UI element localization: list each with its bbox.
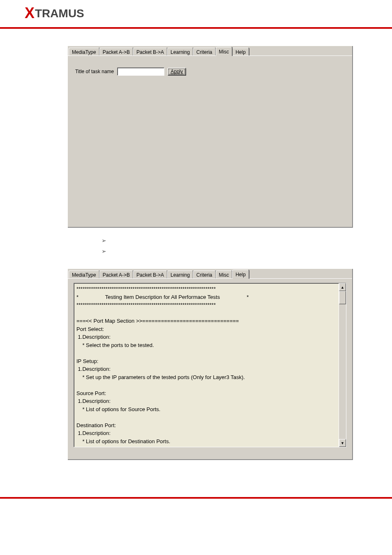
tab-packet-ba[interactable]: Packet B->A	[133, 271, 167, 279]
bullet-list: ➢ ➢	[101, 235, 353, 257]
scroll-up-button[interactable]: ▲	[339, 283, 346, 291]
title-of-task-label: Title of task name	[75, 69, 114, 74]
tab-mediatype[interactable]: MediaType	[69, 48, 99, 56]
tab-strip-1: MediaType Packet A->B Packet B->A Learni…	[68, 46, 352, 56]
tab-criteria[interactable]: Criteria	[193, 48, 216, 56]
scroll-thumb[interactable]	[339, 291, 346, 304]
task-name-input[interactable]	[117, 67, 164, 76]
misc-tab-body: Title of task name Apply	[68, 56, 352, 227]
chevron-icon: ➢	[101, 237, 111, 244]
apply-button[interactable]: Apply	[168, 68, 186, 75]
tab-packet-ba[interactable]: Packet B->A	[133, 48, 167, 56]
tab-misc[interactable]: Misc	[216, 271, 233, 279]
footer	[0, 497, 392, 511]
logo-text: TRAMUS	[35, 7, 84, 20]
scroll-down-button[interactable]: ▼	[339, 439, 346, 447]
help-panel: MediaType Packet A->B Packet B->A Learni…	[68, 269, 353, 460]
tab-criteria[interactable]: Criteria	[193, 271, 216, 279]
tab-learning[interactable]: Learning	[167, 48, 193, 56]
tab-help[interactable]: Help	[232, 270, 249, 279]
chevron-icon: ➢	[101, 248, 111, 254]
tab-strip-2: MediaType Packet A->B Packet B->A Learni…	[68, 269, 352, 279]
tab-help[interactable]: Help	[232, 48, 249, 56]
scroll-track[interactable]	[339, 291, 346, 439]
logo-x: X	[25, 5, 35, 22]
header: XTRAMUS	[0, 0, 392, 29]
misc-panel: MediaType Packet A->B Packet B->A Learni…	[68, 46, 353, 228]
tab-learning[interactable]: Learning	[167, 271, 193, 279]
logo: XTRAMUS	[25, 5, 84, 22]
tab-packet-ab[interactable]: Packet A->B	[99, 48, 133, 56]
tab-mediatype[interactable]: MediaType	[69, 271, 99, 279]
tab-misc[interactable]: Misc	[216, 47, 233, 56]
help-scrollbar[interactable]: ▲ ▼	[339, 283, 346, 447]
help-text-content: ****************************************…	[74, 283, 346, 447]
tab-packet-ab[interactable]: Packet A->B	[99, 271, 133, 279]
help-textarea: ****************************************…	[74, 283, 346, 447]
help-tab-body: ****************************************…	[68, 278, 352, 459]
